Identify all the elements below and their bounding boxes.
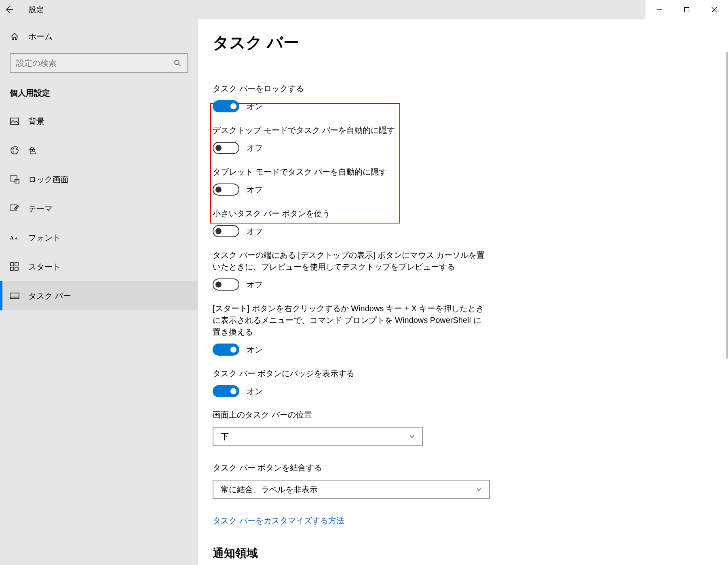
svg-rect-15: [11, 263, 14, 266]
home-icon: [10, 32, 19, 41]
setting-powershell: [スタート] ボタンを右クリックするか Windows キー + X キーを押し…: [213, 303, 487, 356]
search-box[interactable]: [10, 53, 188, 73]
sidebar-item-start[interactable]: スタート: [0, 252, 198, 281]
svg-point-7: [12, 150, 13, 150]
arrow-left-icon: [6, 6, 13, 13]
category-label: 個人用設定: [0, 81, 198, 107]
sidebar-item-label: 色: [28, 145, 36, 156]
maximize-button[interactable]: [673, 0, 701, 19]
setting-label: タスク バー ボタンにバッジを表示する: [213, 368, 487, 379]
sidebar-item-label: 背景: [28, 116, 44, 127]
close-button[interactable]: [701, 0, 728, 19]
theme-icon: [10, 204, 19, 213]
setting-peek-preview: タスク バーの端にある [デスクトップの表示] ボタンにマウス カーソルを置いた…: [213, 249, 487, 291]
toggle-state: オフ: [247, 279, 263, 290]
picture-icon: [10, 118, 19, 125]
dropdown-combine[interactable]: 常に結合、ラベルを非表示: [213, 480, 490, 499]
font-icon: AA: [10, 234, 19, 242]
toggle-state: オン: [247, 386, 263, 397]
toggle-state: オン: [247, 344, 263, 355]
svg-rect-6: [11, 118, 19, 124]
close-icon: [711, 7, 717, 13]
sidebar-item-colors[interactable]: 色: [0, 136, 198, 165]
window-title: 設定: [29, 5, 44, 15]
chevron-down-icon: [409, 434, 415, 439]
sidebar-item-background[interactable]: 背景: [0, 107, 198, 136]
minimize-icon: [656, 7, 662, 13]
dropdown-position[interactable]: 下: [213, 427, 423, 446]
toggle-state: オフ: [247, 184, 263, 195]
setting-combine: タスク バー ボタンを結合する 常に結合、ラベルを非表示: [213, 462, 713, 499]
svg-rect-18: [15, 267, 18, 270]
palette-icon: [10, 146, 19, 155]
setting-label: タスク バーをロックする: [213, 83, 487, 95]
toggle-state: オフ: [247, 226, 263, 237]
sidebar-item-label: ロック画面: [28, 174, 69, 185]
svg-rect-17: [11, 267, 14, 270]
scrollbar[interactable]: [726, 19, 728, 565]
toggle-state: オフ: [247, 143, 263, 154]
dropdown-value: 常に結合、ラベルを非表示: [221, 484, 318, 495]
sidebar-item-label: タスク バー: [28, 291, 71, 301]
chevron-down-icon: [476, 487, 482, 492]
sidebar-item-themes[interactable]: テーマ: [0, 194, 198, 223]
maximize-icon: [684, 7, 690, 13]
toggle-peek-preview[interactable]: [213, 278, 239, 291]
setting-label: デスクトップ モードでタスク バーを自動的に隠す: [213, 124, 487, 136]
svg-rect-19: [10, 293, 19, 299]
svg-line-5: [179, 64, 181, 66]
setting-badges: タスク バー ボタンにバッジを表示する オン: [213, 368, 487, 397]
toggle-state: オン: [247, 101, 263, 112]
setting-label: タスク バー ボタンを結合する: [213, 462, 713, 473]
sidebar: ホーム 個人用設定 背景: [0, 19, 198, 565]
toggle-autohide-desktop[interactable]: [213, 142, 239, 154]
setting-autohide-desktop: デスクトップ モードでタスク バーを自動的に隠す オフ: [213, 124, 487, 154]
sidebar-item-label: スタート: [28, 261, 61, 272]
toggle-powershell[interactable]: [213, 344, 239, 356]
lockscreen-icon: [10, 175, 19, 183]
svg-rect-16: [15, 263, 18, 266]
sidebar-item-label: フォント: [28, 232, 61, 243]
setting-label: 小さいタスク バー ボタンを使う: [213, 208, 487, 219]
toggle-badges[interactable]: [213, 385, 239, 397]
highlight-annotation: [210, 103, 400, 223]
setting-lock-taskbar: タスク バーをロックする オン: [213, 83, 487, 112]
dropdown-value: 下: [221, 431, 229, 442]
start-icon: [10, 262, 19, 271]
sidebar-item-fonts[interactable]: AA フォント: [0, 223, 198, 252]
svg-rect-1: [685, 8, 689, 12]
setting-label: タブレット モードでタスク バーを自動的に隠す: [213, 166, 487, 178]
setting-label: [スタート] ボタンを右クリックするか Windows キー + X キーを押し…: [213, 303, 487, 338]
svg-text:A: A: [15, 236, 18, 241]
toggle-lock-taskbar[interactable]: [213, 100, 239, 112]
scrollbar-thumb[interactable]: [726, 52, 728, 359]
setting-autohide-tablet: タブレット モードでタスク バーを自動的に隠す オフ: [213, 166, 487, 196]
customize-link[interactable]: タスク バーをカスタマイズする方法: [213, 515, 344, 526]
svg-rect-10: [10, 176, 17, 181]
titlebar: 設定: [0, 0, 728, 19]
taskbar-icon: [10, 293, 19, 299]
section-title-notification: 通知領域: [213, 546, 713, 561]
toggle-autohide-tablet[interactable]: [213, 183, 239, 196]
home-label: ホーム: [28, 31, 53, 42]
setting-small-buttons: 小さいタスク バー ボタンを使う オフ: [213, 208, 487, 237]
svg-point-9: [13, 152, 14, 152]
main-content: タスク バー タスク バーをロックする オン デスクトップ モードでタスク バー…: [198, 19, 728, 565]
search-icon: [174, 59, 181, 67]
sidebar-item-taskbar[interactable]: タスク バー: [0, 281, 198, 310]
sidebar-item-label: テーマ: [28, 203, 53, 214]
setting-label: 画面上のタスク バーの位置: [213, 409, 713, 420]
minimize-button[interactable]: [646, 0, 673, 19]
window-controls: [646, 0, 728, 19]
svg-point-4: [175, 60, 179, 65]
page-title: タスク バー: [213, 32, 713, 54]
sidebar-item-lockscreen[interactable]: ロック画面: [0, 165, 198, 194]
toggle-small-buttons[interactable]: [213, 225, 239, 237]
setting-label: タスク バーの端にある [デスクトップの表示] ボタンにマウス カーソルを置いた…: [213, 249, 487, 273]
search-input[interactable]: [16, 59, 174, 68]
home-link[interactable]: ホーム: [0, 25, 198, 47]
svg-text:A: A: [10, 235, 14, 241]
setting-position: 画面上のタスク バーの位置 下: [213, 409, 713, 446]
back-button[interactable]: [0, 0, 19, 19]
svg-point-8: [13, 148, 14, 149]
